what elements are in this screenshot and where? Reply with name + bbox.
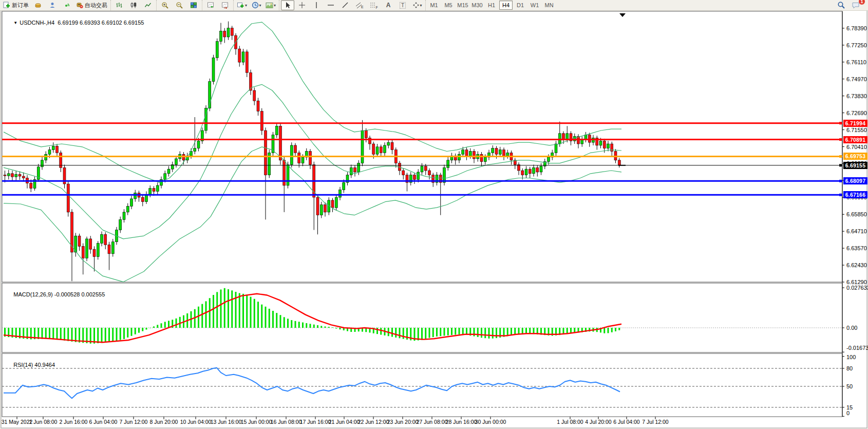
svg-text:6.65850: 6.65850 xyxy=(846,211,867,217)
cursor-button[interactable] xyxy=(281,0,294,10)
svg-text:0: 0 xyxy=(846,410,850,416)
svg-text:6.72690: 6.72690 xyxy=(846,110,867,116)
new-order-icon xyxy=(3,2,10,9)
text-label-button[interactable]: T xyxy=(396,0,409,10)
candlestick-icon xyxy=(130,2,137,9)
svg-text:7 Jun 12:00: 7 Jun 12:00 xyxy=(120,419,148,425)
svg-text:21 Jun 04:00: 21 Jun 04:00 xyxy=(329,419,360,425)
mql5-community-button[interactable] xyxy=(46,0,59,10)
svg-text:6.69270: 6.69270 xyxy=(846,160,867,166)
svg-text:6.68130: 6.68130 xyxy=(846,177,867,183)
line-studies-group: E F A T ▾ xyxy=(279,0,425,10)
tf-button-MN[interactable]: MN xyxy=(542,1,556,10)
trade-group: 新订单 自动交易 xyxy=(0,0,110,10)
svg-text:28 Jun 16:00: 28 Jun 16:00 xyxy=(446,419,477,425)
svg-text:6.70410: 6.70410 xyxy=(846,144,867,150)
text-button[interactable]: A xyxy=(382,0,395,10)
crosshair-button[interactable] xyxy=(295,0,309,10)
svg-text:1 Jun 08:00: 1 Jun 08:00 xyxy=(29,419,58,425)
line-chart-button[interactable] xyxy=(141,0,155,10)
zoom-out-icon xyxy=(176,2,183,9)
svg-text:6.73830: 6.73830 xyxy=(846,93,867,99)
svg-text:15 Jun 00:00: 15 Jun 00:00 xyxy=(241,419,272,425)
profiles-icon xyxy=(266,2,273,9)
tf-button-H1[interactable]: H1 xyxy=(485,1,498,10)
cursor-arrow-icon xyxy=(285,2,291,9)
svg-text:6 Jul 04:00: 6 Jul 04:00 xyxy=(613,419,640,425)
svg-text:22 Jun 12:00: 22 Jun 12:00 xyxy=(358,419,389,425)
trendline-icon xyxy=(342,2,349,9)
chat-button[interactable]: 1 xyxy=(849,0,862,10)
market-depth-icon xyxy=(34,2,42,9)
main-toolbar: 新订单 自动交易 xyxy=(0,0,868,11)
tf-button-H4[interactable]: H4 xyxy=(499,1,513,10)
chart-canvas[interactable]: 6.783906.772506.761106.749706.738306.726… xyxy=(0,0,868,429)
tf-button-W1[interactable]: W1 xyxy=(528,1,541,10)
svg-text:-0.016736: -0.016736 xyxy=(846,345,868,351)
bar-chart-button[interactable] xyxy=(112,0,126,10)
auto-trading-label: 自动交易 xyxy=(85,2,107,9)
svg-text:50: 50 xyxy=(846,383,853,389)
new-order-label: 新订单 xyxy=(12,2,29,9)
zoom-in-icon xyxy=(161,2,169,9)
chevron-down-icon: ▾ xyxy=(245,3,247,8)
search-button[interactable] xyxy=(835,0,848,10)
vertical-line-button[interactable] xyxy=(310,0,323,10)
svg-text:4 Jul 20:00: 4 Jul 20:00 xyxy=(585,419,612,425)
svg-text:6.74970: 6.74970 xyxy=(846,76,867,82)
auto-scroll-button[interactable] xyxy=(204,0,217,10)
new-order-button[interactable]: 新订单 xyxy=(2,0,30,10)
svg-text:6.78390: 6.78390 xyxy=(846,25,867,31)
tf-button-D1[interactable]: D1 xyxy=(514,1,527,10)
new-chart-group: ▾ ▾ ▾ xyxy=(233,0,279,10)
horizontal-line-icon xyxy=(327,3,334,8)
tf-button-M1[interactable]: M1 xyxy=(427,1,441,10)
toolbar-right: 1 xyxy=(834,0,868,10)
chart-type-group xyxy=(110,0,156,10)
svg-text:31 May 2022: 31 May 2022 xyxy=(2,419,33,425)
equidistant-channel-button[interactable]: E xyxy=(353,0,366,10)
profiles-button[interactable]: ▾ xyxy=(264,0,277,10)
svg-text:6.64710: 6.64710 xyxy=(846,228,867,234)
bar-chart-icon xyxy=(116,2,123,9)
fibonacci-button[interactable]: F xyxy=(367,0,381,10)
market-depth-button[interactable] xyxy=(31,0,45,10)
svg-text:7 Jul 12:00: 7 Jul 12:00 xyxy=(642,419,669,425)
svg-text:16 Jun 08:00: 16 Jun 08:00 xyxy=(271,419,302,425)
svg-text:1 Jul 08:00: 1 Jul 08:00 xyxy=(557,419,583,425)
crosshair-icon xyxy=(298,2,306,9)
auto-trading-button[interactable]: 自动交易 xyxy=(74,0,109,10)
tile-windows-button[interactable] xyxy=(187,0,200,10)
period-clock-button[interactable]: ▾ xyxy=(250,0,263,10)
tf-button-M15[interactable]: M15 xyxy=(456,1,469,10)
horizontal-line-button[interactable] xyxy=(324,0,337,10)
auto-trading-robot-icon xyxy=(76,2,83,9)
text-tool-icon: A xyxy=(386,2,391,9)
svg-text:17 Jun 16:00: 17 Jun 16:00 xyxy=(300,419,331,425)
signals-button[interactable] xyxy=(60,0,73,10)
text-label-tool-icon: T xyxy=(400,2,406,9)
chart-shift-button[interactable] xyxy=(218,0,232,10)
tf-button-M30[interactable]: M30 xyxy=(470,1,484,10)
chevron-down-icon: ▾ xyxy=(420,3,422,8)
svg-text:6.76110: 6.76110 xyxy=(846,59,866,65)
tf-button-M5[interactable]: M5 xyxy=(442,1,455,10)
svg-text:30 Jun 00:00: 30 Jun 00:00 xyxy=(475,419,506,425)
zoom-out-button[interactable] xyxy=(173,0,186,10)
svg-text:27 Jun 08:00: 27 Jun 08:00 xyxy=(417,419,448,425)
trendline-button[interactable] xyxy=(338,0,352,10)
scroll-group xyxy=(202,0,233,10)
search-icon xyxy=(837,1,845,9)
new-chart-button[interactable]: ▾ xyxy=(235,0,249,10)
candlestick-chart-button[interactable] xyxy=(127,0,140,10)
svg-text:6.71550: 6.71550 xyxy=(846,127,867,133)
signals-icon xyxy=(63,2,70,9)
arrows-button[interactable]: ▾ xyxy=(410,0,424,10)
zoom-in-button[interactable] xyxy=(158,0,172,10)
svg-text:23 Jun 20:00: 23 Jun 20:00 xyxy=(387,419,419,425)
chevron-down-icon: ▾ xyxy=(274,3,276,8)
svg-text:8 Jun 20:00: 8 Jun 20:00 xyxy=(150,419,178,425)
zoom-group xyxy=(156,0,202,10)
vertical-line-icon xyxy=(314,2,319,9)
svg-text:2 Jun 16:00: 2 Jun 16:00 xyxy=(60,419,88,425)
